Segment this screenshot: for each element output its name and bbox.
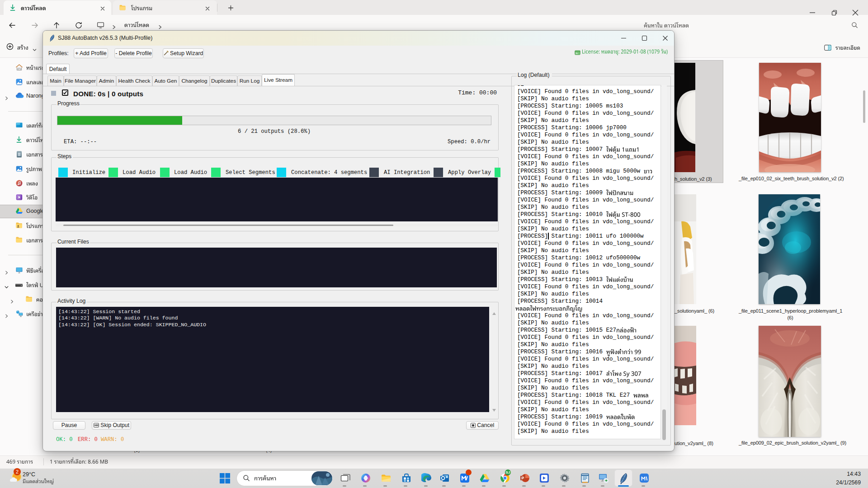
- svg-text:P: P: [522, 476, 524, 480]
